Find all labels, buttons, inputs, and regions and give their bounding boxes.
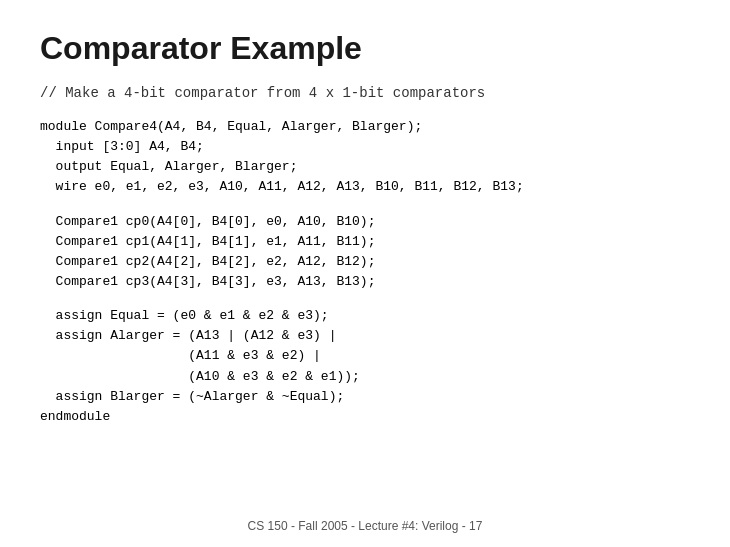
module-declaration-code: module Compare4(A4, B4, Equal, Alarger, … bbox=[40, 117, 690, 198]
slide-footer: CS 150 - Fall 2005 - Lecture #4: Verilog… bbox=[0, 519, 730, 533]
module-declaration-section: module Compare4(A4, B4, Equal, Alarger, … bbox=[40, 117, 690, 198]
assign-statements-section: assign Equal = (e0 & e1 & e2 & e3); assi… bbox=[40, 306, 690, 427]
compare-instances-code: Compare1 cp0(A4[0], B4[0], e0, A10, B10)… bbox=[40, 212, 690, 293]
slide-container: Comparator Example // Make a 4-bit compa… bbox=[0, 0, 730, 547]
compare-instances-section: Compare1 cp0(A4[0], B4[0], e0, A10, B10)… bbox=[40, 212, 690, 293]
slide-subtitle: // Make a 4-bit comparator from 4 x 1-bi… bbox=[40, 85, 690, 101]
slide-title: Comparator Example bbox=[40, 30, 690, 67]
assign-statements-code: assign Equal = (e0 & e1 & e2 & e3); assi… bbox=[40, 306, 690, 427]
